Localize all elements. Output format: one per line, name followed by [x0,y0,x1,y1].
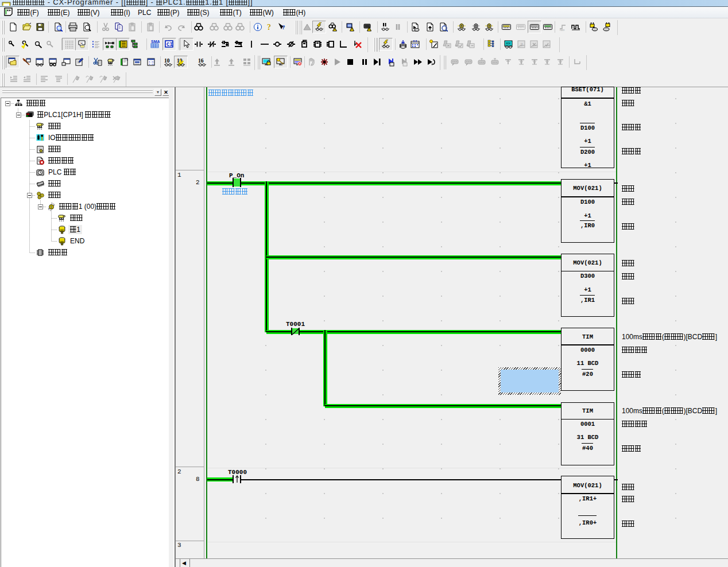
svg-text:CI: CI [166,42,173,48]
svg-text:?: ? [282,24,285,30]
svg-text:10: 10 [164,58,170,64]
svg-text:2: 2 [520,42,523,47]
svg-text:0.02: 0.02 [149,63,155,65]
svg-text:SMA: SMA [151,40,160,44]
svg-text:?: ? [267,23,271,32]
svg-text:16: 16 [198,58,204,64]
svg-text:w: w [80,41,83,45]
svg-text:HH: HH [506,41,510,46]
svg-text:non: non [560,28,565,32]
